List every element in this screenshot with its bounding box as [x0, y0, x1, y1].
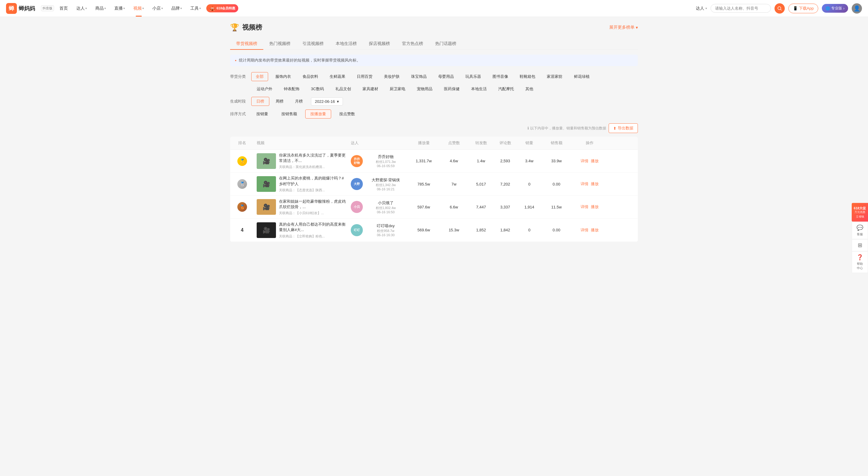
filter-furniture[interactable]: 家具建材	[358, 85, 382, 93]
filter-home[interactable]: 家居家纺	[542, 72, 567, 81]
tab-hot-video[interactable]: 热门视频榜	[263, 38, 297, 50]
col-comments: 评论数	[493, 137, 517, 149]
logo[interactable]: 蝉 蝉妈妈	[6, 3, 35, 14]
talent-avatar-1: 乔乔好物	[351, 155, 363, 167]
pro-badge[interactable]: 🌐 专业版 ›	[822, 4, 848, 13]
filter-gifts[interactable]: 礼品文创	[331, 85, 355, 93]
play-link-3[interactable]: 播放	[591, 204, 599, 210]
col-shares: 转发数	[469, 137, 493, 149]
revenue-1: 33.9w	[541, 154, 571, 168]
filter-baby[interactable]: 母婴用品	[434, 72, 458, 81]
nav-shop[interactable]: 小店▾	[149, 6, 166, 11]
nav-home[interactable]: 首页	[56, 6, 71, 11]
action-links-1: 详情 播放	[574, 158, 605, 164]
video-cell-3: 🎥 在家和姐妹一起吃豪华酸辣粉，虎皮鸡爪软烂脱骨，... 关联商品：【小贝618…	[254, 196, 348, 218]
filter-clothing[interactable]: 服饰内衣	[271, 72, 295, 81]
period-daily[interactable]: 日榜	[251, 97, 269, 106]
download-button[interactable]: 📱 下载App	[788, 4, 818, 13]
user-avatar[interactable]: 👤	[852, 3, 862, 13]
filter-pets[interactable]: 宠物用品	[412, 85, 437, 93]
nav-talent[interactable]: 达人▾	[73, 6, 90, 11]
filter-daily[interactable]: 日用百货	[352, 72, 377, 81]
nav-tools[interactable]: 工具▾	[187, 6, 204, 11]
period-monthly[interactable]: 月榜	[290, 97, 308, 106]
page-title: 视频榜	[242, 23, 262, 32]
search-button[interactable]	[775, 3, 785, 13]
likes-4: 15.3w	[439, 224, 469, 237]
sort-by-sales[interactable]: 按销量	[251, 110, 273, 119]
sort-by-revenue[interactable]: 按销售额	[276, 110, 302, 119]
filter-beauty[interactable]: 美妆护肤	[380, 72, 404, 81]
revenue-3: 11.5w	[541, 201, 571, 214]
filter-3c[interactable]: 3C数码	[307, 85, 328, 93]
filter-kitchen[interactable]: 厨卫家电	[385, 85, 409, 93]
play-link-2[interactable]: 播放	[591, 181, 599, 187]
nav-brand[interactable]: 品牌▾	[168, 6, 185, 11]
export-button[interactable]: ⬆ 导出数据	[609, 123, 638, 133]
tab-local-life[interactable]: 本地生活榜	[330, 38, 363, 50]
detail-link-3[interactable]: 详情	[581, 204, 588, 210]
tab-official-hot[interactable]: 官方热点榜	[396, 38, 429, 50]
tab-explore-video[interactable]: 探店视频榜	[363, 38, 396, 50]
comments-2: 7,202	[493, 178, 517, 191]
filter-other[interactable]: 其他	[521, 85, 537, 93]
filter-local[interactable]: 本地生活	[467, 85, 491, 93]
filter-auto[interactable]: 汽配摩托	[494, 85, 518, 93]
video-title-3: 在家和姐妹一起吃豪华酸辣粉，虎皮鸡爪软烂脱骨，...	[279, 199, 346, 210]
play-link-1[interactable]: 播放	[591, 158, 599, 164]
video-info-2: 在网上买的水蜜桃，真的能爆汁吗？#乡村守护人 关联商品：【态度优选】陕西...	[279, 176, 346, 192]
col-talent: 达人	[348, 137, 409, 149]
talent-cell-3: 小贝 小贝饿了 粉丝1,802.4w 06-16 16:50	[348, 200, 409, 214]
nav-video[interactable]: 视频▾	[130, 6, 147, 11]
rank-num-4: 4	[232, 228, 252, 233]
widget-service[interactable]: 💬 客服	[852, 222, 868, 239]
action-links-4: 详情 播放	[574, 228, 605, 233]
search-input[interactable]	[711, 4, 771, 13]
detail-link-4[interactable]: 详情	[581, 228, 588, 233]
filter-sports[interactable]: 运动户外	[252, 85, 277, 93]
filter-jewelry[interactable]: 珠宝饰品	[407, 72, 431, 81]
widget-grid[interactable]: ⊞	[852, 239, 868, 248]
rank-1: 🥇	[230, 152, 254, 170]
date-picker[interactable]: 2022-06-16 ▾	[311, 97, 343, 106]
filter-toys[interactable]: 玩具乐器	[461, 72, 485, 81]
category-label: 带货分类	[230, 74, 248, 79]
detail-link-2[interactable]: 详情	[581, 181, 588, 187]
filter-all[interactable]: 全部	[251, 72, 268, 81]
period-weekly[interactable]: 周榜	[271, 97, 289, 106]
filter-food[interactable]: 食品饮料	[298, 72, 322, 81]
banner-618[interactable]: 🎪 618会员特惠	[206, 4, 238, 12]
plays-4: 569.6w	[409, 224, 439, 237]
filter-shoes[interactable]: 鞋靴箱包	[516, 72, 539, 81]
filter-medical[interactable]: 医药保健	[440, 85, 464, 93]
filter-books[interactable]: 图书音像	[488, 72, 513, 81]
shares-4: 1,852	[469, 224, 493, 237]
version-badge[interactable]: 抖音版	[41, 5, 54, 11]
sort-by-likes[interactable]: 按点赞数	[334, 110, 360, 119]
col-action: 操作	[571, 137, 608, 149]
talent-info-3: 小贝饿了 粉丝1,802.4w 06-16 16:50	[365, 200, 406, 214]
widget-618-link: 立省钱	[853, 215, 867, 219]
talent-fans-4: 粉丝958.7w	[365, 229, 406, 233]
widget-618[interactable]: 618大促 万元优惠 立省钱	[852, 203, 868, 222]
detail-link-1[interactable]: 详情	[581, 158, 588, 164]
nav-talent-selector[interactable]: 达人 ▾	[696, 6, 707, 11]
talent-info-2: 大野蜜探·背锅侠 粉丝1,342.3w 06-16 16:21	[365, 177, 406, 191]
talent-time-2: 06-16 16:21	[365, 187, 406, 191]
expand-more-button[interactable]: 展开更多榜单 ▾	[609, 25, 638, 30]
filter-flowers[interactable]: 鲜花绿植	[570, 72, 594, 81]
nav-product[interactable]: 商品▾	[92, 6, 109, 11]
tab-hot-topic[interactable]: 热门话题榜	[429, 38, 462, 50]
tab-cargo-video[interactable]: 带货视频榜	[230, 38, 263, 50]
sort-by-plays[interactable]: 按播放量	[305, 110, 331, 119]
likes-2: 7w	[439, 178, 469, 191]
filter-watches[interactable]: 钟表配饰	[280, 85, 304, 93]
nav-live[interactable]: 直播▾	[111, 6, 128, 11]
tab-traffic-video[interactable]: 引流视频榜	[297, 38, 330, 50]
filter-fresh[interactable]: 生鲜蔬果	[326, 72, 349, 81]
actions-1: 详情 播放	[571, 154, 608, 168]
right-widget: 618大促 万元优惠 立省钱 💬 客服 ⊞ ❓ 帮助中心	[852, 203, 868, 248]
play-link-4[interactable]: 播放	[591, 228, 599, 233]
widget-service-label: 客服	[857, 232, 863, 237]
shares-3: 7,447	[469, 201, 493, 214]
